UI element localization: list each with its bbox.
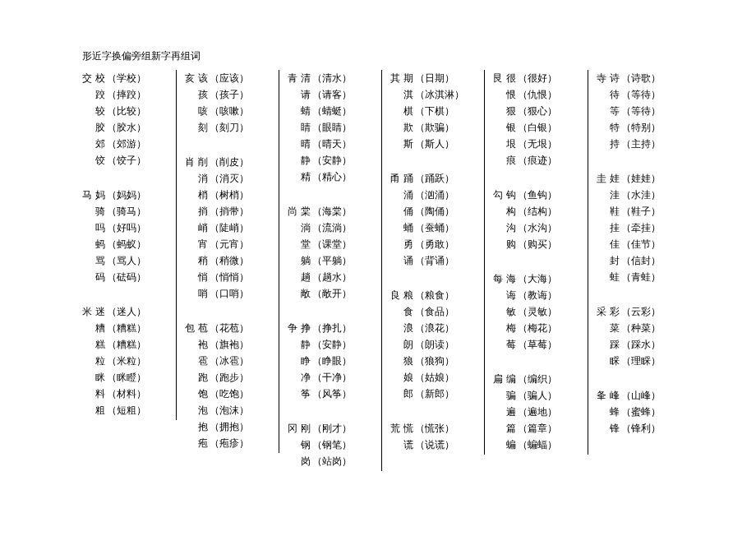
radical-group: 马妈（妈妈）马骑（骑马）马吗（好吗）马蚂（蚂蚁）马骂（骂人）马码（砝码）: [82, 187, 168, 285]
entry-row: 青晴（晴天）: [288, 136, 373, 152]
example-word: （梅花）: [518, 320, 557, 336]
derived-char: 踊: [403, 170, 415, 187]
example-word: （站岗）: [312, 453, 352, 469]
example-word: （鱼钩）: [518, 187, 557, 203]
entry-row: 每莓（草莓）: [493, 336, 579, 353]
example-word: （安静）: [312, 336, 352, 353]
derived-char: 梢: [198, 187, 210, 203]
entry-row: 米眯（眯瞪）: [82, 369, 168, 386]
entry-row: 荒慌（慌张）: [390, 420, 476, 437]
example-word: （浪花）: [415, 320, 454, 336]
derived-char: 晴: [301, 136, 312, 152]
example-word: （稍微）: [210, 252, 249, 269]
derived-char: 淇: [403, 86, 415, 103]
example-word: （糟糕）: [107, 336, 146, 353]
example-word: （跑步）: [210, 369, 249, 386]
example-word: （蜻蜓）: [312, 103, 352, 119]
example-word: （课堂）: [312, 236, 352, 252]
example-word: （风筝）: [312, 386, 352, 402]
spacer: [493, 354, 579, 371]
derived-char: 郊: [95, 136, 107, 152]
radical-group: 甬踊（踊跃）甬涌（汹涌）甬俑（陶俑）甬蛹（蚕蛹）甬勇（勇敢）甬诵（背诵）: [390, 170, 476, 269]
derived-char: 粗: [95, 402, 107, 418]
entry-row: 尚堂（课堂）: [288, 236, 373, 252]
entry-row: 尚淌（流淌）: [288, 219, 373, 236]
radical-char: 良: [390, 287, 402, 303]
example-word: （水沟）: [518, 219, 557, 236]
entry-row: 冈岗（站岗）: [288, 453, 373, 469]
derived-char: 蝙: [506, 437, 518, 453]
radical-char: 交: [82, 70, 94, 86]
entry-row: 夆蜂（蜜蜂）: [597, 404, 690, 420]
derived-char: 持: [610, 136, 621, 152]
derived-char: 蛙: [610, 269, 621, 285]
entry-row: 良娘（姑娘）: [390, 369, 476, 386]
derived-char: 朗: [403, 336, 415, 353]
example-word: （蜜蜂）: [621, 404, 661, 420]
example-word: （敞开）: [312, 285, 352, 302]
entry-row: 米迷（迷人）: [82, 303, 168, 320]
derived-char: 棋: [403, 103, 415, 119]
derived-char: 抱: [198, 418, 210, 435]
spacer: [288, 303, 373, 320]
derived-char: 静: [301, 336, 312, 353]
derived-char: 待: [610, 86, 621, 103]
derived-char: 篇: [506, 420, 518, 437]
derived-char: 踩: [610, 336, 621, 353]
entry-row: 包苞（花苞）: [185, 320, 270, 336]
example-word: （汹涌）: [415, 187, 454, 203]
example-word: （踩水）: [621, 336, 661, 353]
entry-row: 马吗（好吗）: [82, 219, 168, 236]
derived-char: 淌: [301, 219, 312, 236]
derived-char: 刻: [198, 119, 210, 136]
derived-char: 睁: [301, 353, 312, 369]
example-word: （孩子）: [210, 86, 249, 103]
derived-char: 期: [403, 70, 415, 86]
example-word: （遍地）: [518, 404, 557, 420]
entry-row: 尚躺（平躺）: [288, 252, 373, 269]
derived-char: 痕: [506, 152, 518, 169]
radical-char: 其: [390, 70, 402, 86]
derived-char: 钢: [301, 437, 312, 453]
entry-row: 肖宵（元宵）: [185, 236, 270, 252]
example-word: （捎带）: [210, 203, 249, 219]
derived-char: 袍: [198, 336, 210, 353]
derived-char: 料: [95, 386, 107, 402]
example-word: （冰淇淋）: [415, 86, 464, 103]
example-word: （鞋子）: [621, 203, 661, 219]
example-word: （痕迹）: [518, 152, 557, 169]
entry-row: 包泡（泡沫）: [185, 402, 270, 418]
example-word: （元宵）: [210, 236, 249, 252]
derived-char: 斯: [403, 136, 415, 152]
example-word: （树梢）: [210, 187, 249, 203]
derived-char: 饺: [95, 152, 107, 169]
example-word: （姑娘）: [415, 369, 454, 386]
entry-row: 夆锋（锋利）: [597, 420, 690, 437]
derived-char: 该: [198, 70, 210, 86]
derived-char: 睬: [610, 353, 621, 369]
derived-char: 敞: [301, 285, 312, 302]
derived-char: 捎: [198, 203, 210, 219]
example-word: （水洼）: [621, 187, 661, 203]
example-word: （消灭）: [210, 170, 249, 187]
derived-char: 饱: [198, 386, 210, 402]
entry-row: 马码（砝码）: [82, 269, 168, 285]
example-word: （背诵）: [415, 252, 454, 269]
derived-char: 吗: [95, 219, 107, 236]
example-word: （娃娃）: [621, 170, 661, 187]
radical-group: 米迷（迷人）米糟（糟糕）米糕（糟糕）米粒（米粒）米眯（眯瞪）米料（材料）米粗（短…: [82, 303, 168, 418]
entry-row: 勾购（购买）: [493, 236, 579, 252]
derived-char: 削: [198, 154, 210, 170]
derived-char: 骗: [506, 387, 518, 404]
entry-row: 交郊（郊游）: [82, 136, 168, 152]
radical-group: 良粮（粮食）良食（食品）良浪（浪花）良朗（朗读）良狼（狼狗）良娘（姑娘）良郎（新…: [390, 287, 476, 402]
derived-char: 宵: [198, 236, 210, 252]
derived-char: 佳: [610, 236, 621, 252]
entry-row: 良朗（朗读）: [390, 336, 476, 353]
derived-char: 码: [95, 269, 107, 285]
example-word: （拥抱）: [210, 418, 249, 435]
example-word: （削皮）: [210, 154, 249, 170]
derived-char: 躺: [301, 252, 312, 269]
example-word: （旗袍）: [210, 336, 249, 353]
example-word: （等待）: [621, 103, 661, 119]
